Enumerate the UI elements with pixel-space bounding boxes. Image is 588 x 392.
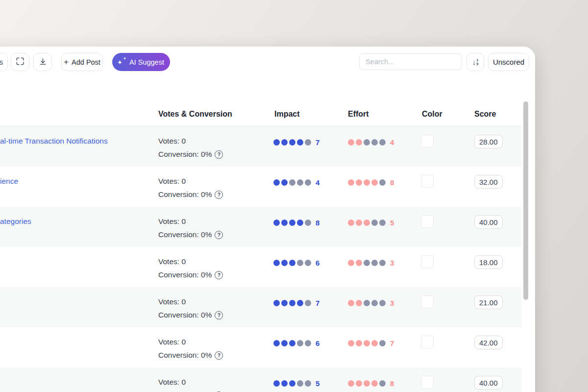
table-row: Votes: 0 Conversion: 0% ? 5 8 40.00 [0, 368, 522, 392]
unscored-filter-button[interactable]: Unscored [488, 53, 529, 71]
score-value[interactable]: 32.00 [474, 175, 503, 189]
votes-conversion-cell: Votes: 0 Conversion: 0% ? [158, 257, 223, 280]
help-icon[interactable]: ? [215, 150, 223, 159]
effort-value: 3 [390, 299, 394, 307]
effort-rating[interactable]: 7 [348, 339, 394, 347]
votes-count: Votes: 0 [158, 377, 223, 387]
impact-dots [273, 260, 311, 266]
add-post-button[interactable]: + Add Post [61, 53, 103, 71]
impact-rating[interactable]: 6 [273, 339, 319, 347]
effort-dots [348, 380, 386, 387]
sort-numeric-icon: ↓ [472, 58, 476, 66]
fullscreen-icon [16, 57, 24, 67]
table-row: ience Votes: 0 Conversion: 0% ? 4 8 32.0… [0, 167, 522, 207]
effort-rating[interactable]: 3 [348, 259, 394, 267]
impact-rating[interactable]: 7 [273, 138, 319, 147]
conversion-rate: Conversion: 0% ? [158, 190, 223, 199]
post-title-link[interactable]: ategories [0, 217, 31, 226]
help-icon[interactable]: ? [215, 351, 223, 360]
effort-rating[interactable]: 3 [348, 299, 394, 307]
post-title-link[interactable]: al-time Transaction Notifications [0, 137, 108, 146]
conversion-rate: Conversion: 0% ? [158, 350, 223, 360]
effort-value: 5 [390, 219, 394, 227]
impact-dots [273, 300, 311, 306]
conversion-rate: Conversion: 0% ? [158, 230, 223, 240]
partial-button[interactable]: s [0, 53, 8, 71]
sort-button[interactable]: ↓ 1 9 [466, 53, 484, 71]
help-icon[interactable]: ? [215, 231, 223, 239]
impact-rating[interactable]: 4 [273, 178, 319, 187]
header-color: Color [422, 110, 442, 119]
conversion-rate: Conversion: 0% ? [158, 149, 223, 159]
table-row: al-time Transaction Notifications Votes:… [0, 126, 522, 167]
color-swatch-picker[interactable] [421, 336, 434, 348]
impact-value: 5 [316, 379, 319, 388]
table-row: ategories Votes: 0 Conversion: 0% ? 8 5 … [0, 207, 522, 247]
vertical-scrollbar-thumb[interactable] [523, 101, 528, 300]
impact-dots [273, 380, 311, 387]
post-title-link[interactable]: ience [0, 177, 18, 186]
effort-dots [348, 340, 386, 346]
conversion-rate: Conversion: 0% ? [158, 270, 223, 280]
ai-suggest-label: AI Suggest [129, 58, 164, 66]
score-value[interactable]: 42.00 [474, 336, 503, 349]
impact-rating[interactable]: 5 [273, 379, 319, 388]
impact-dots [273, 340, 311, 346]
effort-dots [348, 179, 386, 186]
search-input[interactable] [359, 53, 462, 70]
ai-suggest-button[interactable]: ✦ ✦ AI Suggest [112, 53, 170, 71]
table-header: Votes & Conversion Impact Effort Color S… [0, 103, 522, 126]
impact-rating[interactable]: 6 [273, 259, 319, 267]
help-icon[interactable]: ? [215, 311, 223, 319]
votes-conversion-cell: Votes: 0 Conversion: 0% ? [158, 136, 223, 159]
votes-conversion-cell: Votes: 0 Conversion: 0% ? [158, 297, 223, 320]
votes-conversion-cell: Votes: 0 Conversion: 0% ? [158, 337, 223, 360]
votes-conversion-cell: Votes: 0 Conversion: 0% ? [158, 176, 223, 199]
effort-rating[interactable]: 4 [348, 138, 394, 147]
effort-value: 3 [390, 259, 394, 267]
score-value[interactable]: 40.00 [474, 376, 503, 390]
color-swatch-picker[interactable] [421, 175, 434, 188]
score-value[interactable]: 18.00 [474, 255, 503, 269]
votes-count: Votes: 0 [158, 136, 223, 146]
effort-value: 8 [390, 178, 394, 187]
impact-dots [273, 220, 311, 226]
help-icon[interactable]: ? [215, 191, 223, 199]
score-value[interactable]: 40.00 [474, 215, 503, 229]
header-impact: Impact [274, 110, 300, 119]
effort-dots [348, 300, 386, 306]
help-icon[interactable]: ? [215, 271, 223, 279]
effort-value: 7 [390, 339, 394, 347]
impact-dots [273, 179, 311, 186]
votes-count: Votes: 0 [158, 257, 223, 267]
fullscreen-button[interactable] [11, 53, 29, 71]
impact-rating[interactable]: 7 [273, 299, 319, 307]
votes-conversion-cell: Votes: 0 Conversion: 0% ? [158, 377, 223, 392]
impact-dots [273, 139, 311, 146]
color-swatch-picker[interactable] [421, 135, 434, 147]
effort-rating[interactable]: 8 [348, 178, 394, 187]
color-swatch-picker[interactable] [421, 215, 434, 228]
impact-rating[interactable]: 8 [273, 219, 319, 227]
table-row: Votes: 0 Conversion: 0% ? 6 3 18.00 [0, 247, 522, 287]
table-row: Votes: 0 Conversion: 0% ? 7 3 21.00 [0, 287, 522, 327]
impact-value: 8 [316, 219, 319, 227]
impact-value: 7 [316, 299, 319, 307]
download-button[interactable] [33, 53, 52, 71]
add-post-label: Add Post [72, 58, 100, 66]
score-value[interactable]: 21.00 [474, 295, 503, 309]
color-swatch-picker[interactable] [421, 255, 434, 268]
sparkles-icon: ✦ ✦ [118, 58, 126, 66]
effort-rating[interactable]: 8 [348, 379, 394, 388]
desktop-background: s + Add Post [0, 0, 588, 392]
color-swatch-picker[interactable] [421, 295, 434, 308]
score-value[interactable]: 28.00 [474, 135, 503, 148]
effort-rating[interactable]: 5 [348, 219, 394, 227]
header-effort: Effort [348, 110, 369, 119]
impact-value: 4 [316, 178, 319, 187]
color-swatch-picker[interactable] [421, 376, 434, 389]
plus-icon: + [64, 57, 69, 67]
votes-count: Votes: 0 [158, 337, 223, 347]
app-window: s + Add Post [0, 47, 535, 392]
header-score: Score [474, 110, 496, 119]
